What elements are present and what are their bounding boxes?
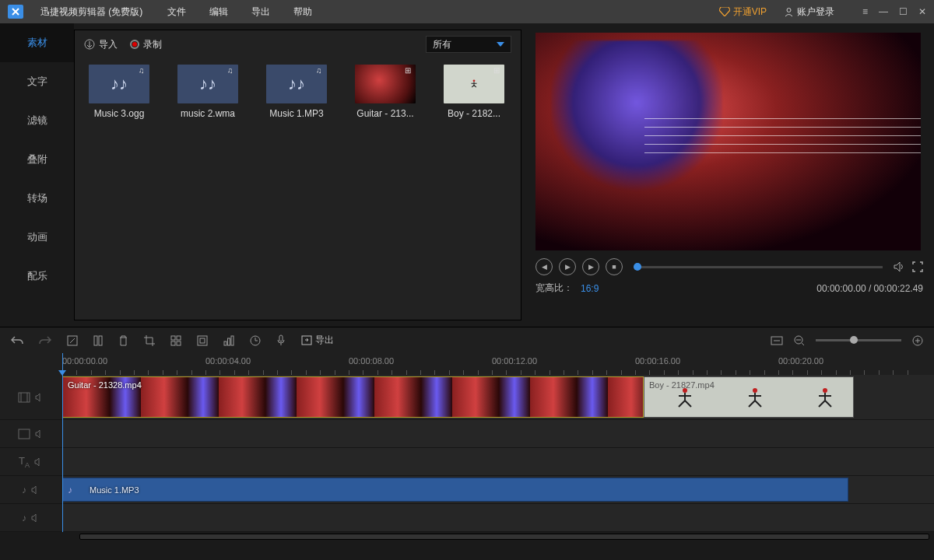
track-content[interactable] [62, 448, 934, 475]
preview-screen[interactable] [535, 33, 921, 250]
svg-rect-25 [19, 429, 30, 439]
audio-thumb: ♪♪♫ [177, 65, 238, 103]
timeline-export-button[interactable]: 导出 [301, 334, 334, 347]
video-clip[interactable]: Boy - 21827.mp4 [644, 376, 854, 418]
track-head[interactable]: ♪ [0, 476, 62, 503]
track-head[interactable]: ♪ [0, 504, 62, 531]
tab-transition[interactable]: 转场 [0, 179, 74, 218]
zoom-in-icon[interactable] [912, 335, 923, 346]
menu-help[interactable]: 帮助 [293, 5, 312, 19]
speaker-icon [31, 513, 40, 523]
film-icon [18, 392, 30, 403]
svg-rect-7 [177, 336, 181, 340]
fit-icon[interactable] [771, 336, 783, 345]
zoom-slider[interactable] [816, 339, 901, 341]
svg-rect-6 [171, 336, 175, 340]
volume-icon[interactable] [894, 261, 906, 272]
track-content[interactable] [62, 420, 934, 447]
track-content[interactable]: ♪ Music 1.MP3 [62, 476, 934, 503]
minimize-icon[interactable]: — [879, 6, 888, 17]
undo-icon[interactable] [11, 335, 23, 346]
side-nav: 素材 文字 滤镜 叠附 转场 动画 配乐 [0, 23, 74, 327]
playhead[interactable] [62, 353, 63, 532]
media-grid: ♪♪♫ Music 3.ogg ♪♪♫ music 2.wma ♪♪♫ Musi… [75, 58, 521, 125]
svg-rect-8 [171, 341, 175, 345]
next-frame-button[interactable]: ▶ [582, 258, 599, 275]
record-button[interactable]: 录制 [130, 38, 162, 51]
svg-rect-16 [279, 335, 283, 341]
login-button[interactable]: 账户登录 [784, 5, 834, 19]
split-icon[interactable] [93, 335, 103, 346]
menu-edit[interactable]: 编辑 [209, 5, 228, 19]
window-controls: ≡ — ☐ ✕ [862, 6, 926, 17]
diamond-icon [719, 7, 730, 16]
tab-media[interactable]: 素材 [0, 23, 74, 62]
menu-export[interactable]: 导出 [251, 5, 270, 19]
tab-text[interactable]: 文字 [0, 62, 74, 101]
audio-thumb: ♪♪♫ [89, 65, 149, 103]
track-content[interactable] [62, 504, 934, 531]
export-icon [301, 335, 312, 345]
svg-rect-4 [94, 336, 97, 345]
speaker-icon [34, 457, 44, 467]
tab-filter[interactable]: 滤镜 [0, 101, 74, 140]
time-ruler[interactable]: 00:00:00.00 00:00:04.00 00:00:08.00 00:0… [62, 353, 934, 375]
zoom-out-icon[interactable] [794, 335, 805, 346]
horizontal-scrollbar [0, 532, 934, 541]
track-head[interactable] [0, 375, 62, 419]
media-item[interactable]: ♪♪♫ Music 3.ogg [84, 65, 154, 119]
maximize-icon[interactable]: ☐ [899, 6, 908, 17]
zoom-icon[interactable] [197, 335, 208, 346]
seek-slider[interactable] [634, 266, 883, 268]
audio-clip[interactable]: ♪ Music 1.MP3 [62, 478, 848, 502]
fullscreen-icon[interactable] [912, 261, 923, 272]
close-icon[interactable]: ✕ [918, 6, 926, 17]
tab-animation[interactable]: 动画 [0, 218, 74, 257]
redo-icon[interactable] [39, 335, 51, 346]
track-head[interactable]: TA [0, 448, 62, 475]
music-icon: ♪ [22, 513, 26, 523]
user-icon [784, 7, 794, 17]
video-thumb: ⊞ [444, 65, 504, 103]
svg-rect-5 [99, 336, 102, 345]
app-logo [8, 5, 23, 19]
timeline-toolbar: 导出 [0, 327, 934, 353]
media-item[interactable]: ⊞ Boy - 2182... [439, 65, 509, 119]
video-thumb: ⊞ [355, 65, 416, 103]
stop-button[interactable]: ■ [606, 258, 623, 275]
import-icon [84, 39, 95, 50]
media-item[interactable]: ⊞ Guitar - 213... [350, 65, 420, 119]
track-content[interactable]: Guitar - 21328.mp4 Boy - 21827.mp4 [62, 375, 934, 419]
film-icon [18, 429, 30, 439]
video-clip[interactable]: Guitar - 21328.mp4 [62, 376, 644, 418]
text-icon: TA [19, 455, 30, 469]
vip-button[interactable]: 开通VIP [719, 5, 767, 19]
duration-icon[interactable] [250, 335, 261, 346]
crop-icon[interactable] [144, 335, 155, 346]
menu-file[interactable]: 文件 [167, 5, 186, 19]
media-panel: 导入 录制 所有 ♪♪♫ Music 3.ogg ♪♪♫ music 2.wma… [74, 30, 521, 320]
prev-frame-button[interactable]: ◀ [535, 258, 553, 275]
tab-music[interactable]: 配乐 [0, 257, 74, 296]
scrollbar-thumb[interactable] [79, 534, 929, 540]
edit-icon[interactable] [67, 335, 78, 346]
freeze-icon[interactable] [223, 335, 234, 346]
delete-icon[interactable] [118, 335, 128, 346]
audio-thumb: ♪♪♫ [266, 65, 327, 103]
voiceover-icon[interactable] [276, 334, 286, 346]
pip-track [0, 420, 934, 448]
import-button[interactable]: 导入 [84, 38, 118, 51]
svg-rect-12 [224, 341, 226, 345]
media-item[interactable]: ♪♪♫ music 2.wma [173, 65, 243, 119]
media-item[interactable]: ♪♪♫ Music 1.MP3 [262, 65, 332, 119]
timecode: 00:00:00.00 / 00:00:22.49 [816, 283, 923, 294]
track-head[interactable] [0, 420, 62, 447]
aspect-ratio-value[interactable]: 16:9 [581, 283, 599, 294]
svg-point-24 [823, 388, 827, 393]
tab-overlay[interactable]: 叠附 [0, 140, 74, 179]
hamburger-icon[interactable]: ≡ [862, 6, 868, 17]
play-button[interactable]: ▶ [559, 258, 576, 275]
chevron-down-icon [497, 42, 504, 47]
media-filter-select[interactable]: 所有 [426, 36, 511, 53]
mosaic-icon[interactable] [170, 335, 181, 346]
